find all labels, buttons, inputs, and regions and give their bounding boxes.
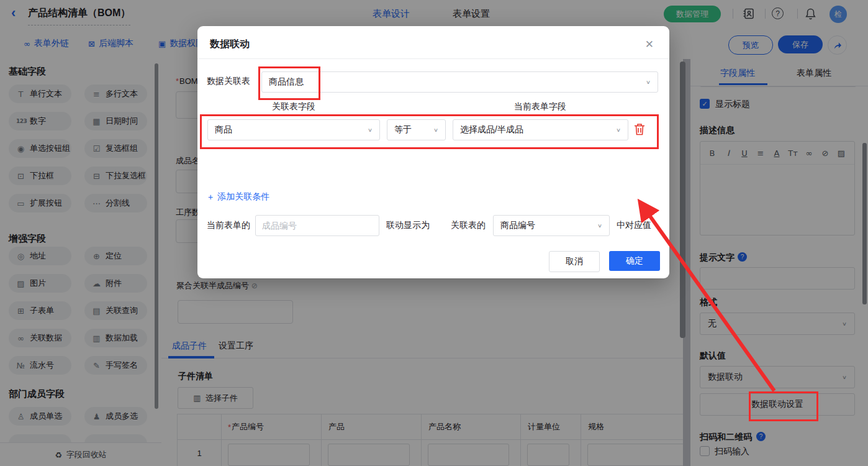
add-condition-label: 添加关联条件: [217, 191, 269, 203]
plus-icon: +: [208, 192, 213, 202]
delete-condition-button[interactable]: [634, 123, 646, 136]
close-icon[interactable]: ✕: [645, 38, 654, 51]
related-field-select[interactable]: 商品编号 ∨: [493, 215, 610, 236]
data-linkage-modal: 数据联动 ✕ 数据关联表 商品信息 ∨ 关联表字段 当前表单字段 商品 ∨ 等于…: [197, 26, 669, 278]
chevron-down-icon: ∨: [597, 222, 602, 229]
chevron-down-icon: ∨: [616, 127, 621, 133]
condition-operator-value: 等于: [394, 124, 412, 135]
column-header-current-field: 当前表单字段: [514, 101, 566, 112]
add-condition-link[interactable]: + 添加关联条件: [208, 191, 269, 203]
chevron-down-icon: ∨: [646, 79, 651, 85]
display-as-label: 联动显示为: [386, 220, 430, 231]
condition-field-select[interactable]: 商品 ∨: [207, 119, 380, 140]
app-root: ‹ 产品结构清单（BOM） 表单设计 表单设置 数据管理 ? 检 ∞ 表单外链: [0, 0, 868, 466]
confirm-button[interactable]: 确定: [609, 251, 660, 271]
current-field-input[interactable]: [255, 215, 379, 236]
source-table-select[interactable]: 商品信息 ∨: [261, 71, 658, 93]
modal-title: 数据联动: [210, 38, 250, 51]
source-table-value: 商品信息: [269, 76, 304, 88]
current-form-label: 当前表单的: [207, 220, 250, 231]
cancel-button[interactable]: 取消: [549, 251, 600, 272]
condition-operator-select[interactable]: 等于 ∨: [387, 119, 446, 140]
related-field-value: 商品编号: [500, 220, 535, 231]
chevron-down-icon: ∨: [368, 127, 373, 133]
condition-field-value: 商品: [215, 124, 232, 135]
condition-target-select[interactable]: 选择成品/半成品 ∨: [453, 119, 628, 140]
corresponding-value-label: 中对应值: [617, 220, 651, 231]
trash-icon: [634, 123, 645, 135]
source-table-label: 数据关联表: [207, 76, 250, 87]
related-table-label: 关联表的: [451, 220, 486, 231]
modal-header-divider: [197, 58, 669, 59]
column-header-related-field: 关联表字段: [272, 101, 315, 112]
condition-target-value: 选择成品/半成品: [460, 124, 523, 135]
chevron-down-icon: ∨: [433, 127, 438, 133]
